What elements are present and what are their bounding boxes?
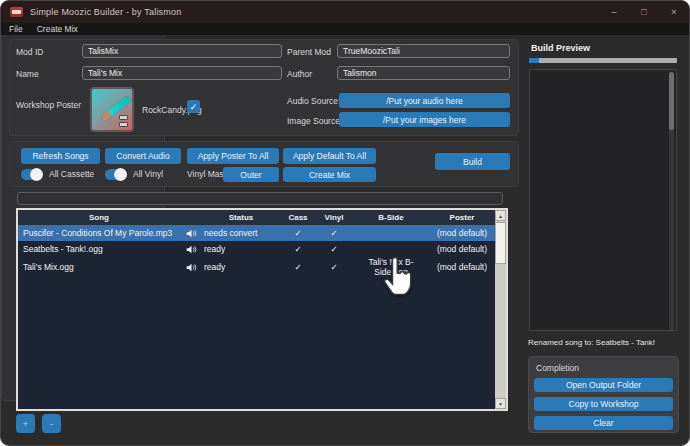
open-output-folder-button[interactable]: Open Output Folder bbox=[534, 378, 673, 392]
mod-id-label: Mod ID bbox=[16, 47, 43, 57]
menu-file[interactable]: File bbox=[9, 24, 23, 34]
table-row[interactable]: Puscifer - Conditions Of My Parole.mp3 n… bbox=[18, 225, 506, 241]
add-song-button[interactable]: + bbox=[16, 414, 35, 433]
author-label: Author bbox=[287, 69, 312, 79]
name-input[interactable] bbox=[82, 66, 282, 80]
bside-value: Tali's Mix B-Side.ogg bbox=[352, 257, 430, 277]
build-preview-title: Build Preview bbox=[531, 43, 590, 53]
preview-scrollbar[interactable] bbox=[669, 72, 674, 330]
all-vinyl-toggle[interactable] bbox=[105, 169, 127, 180]
completion-group: Completion Open Output Folder Copy to Wo… bbox=[528, 356, 679, 433]
name-label: Name bbox=[16, 69, 39, 79]
preview-scrollbar-thumb[interactable] bbox=[669, 72, 674, 130]
image-source-button[interactable]: /Put your images here bbox=[339, 112, 510, 127]
apply-poster-to-all-button[interactable]: Apply Poster To All bbox=[187, 148, 279, 164]
scroll-down-icon[interactable]: ▼ bbox=[495, 398, 506, 409]
header-poster: Poster bbox=[430, 213, 494, 222]
table-row[interactable]: Tali's Mix.ogg ready ✓ ✓ Tali's Mix B-Si… bbox=[18, 257, 506, 273]
cassette-overlay-icon bbox=[119, 122, 128, 127]
clear-button[interactable]: Clear bbox=[534, 416, 673, 430]
all-vinyl-label: All Vinyl bbox=[133, 169, 163, 179]
cassette-overlay-icon bbox=[119, 115, 128, 120]
audio-icon bbox=[180, 229, 202, 238]
audio-source-button[interactable]: /Put your audio here bbox=[339, 93, 510, 108]
audio-icon bbox=[180, 245, 202, 254]
poster-value: (mod default) bbox=[430, 262, 494, 272]
all-cassette-toggle[interactable] bbox=[21, 169, 43, 180]
header-bside: B-Side bbox=[352, 213, 430, 222]
cass-check: ✓ bbox=[280, 228, 316, 238]
maximize-button[interactable]: □ bbox=[629, 1, 659, 23]
image-source-label: Image Source: bbox=[287, 116, 342, 126]
song-table-header: Song Status Cass Vinyl B-Side Poster bbox=[18, 210, 506, 225]
song-name: Puscifer - Conditions Of My Parole.mp3 bbox=[18, 228, 180, 238]
build-preview-list[interactable] bbox=[529, 69, 677, 331]
table-row[interactable]: Seatbelts - Tank!.ogg ready ✓ ✓ (mod def… bbox=[18, 241, 506, 257]
apply-default-to-all-button[interactable]: Apply Default To All bbox=[283, 148, 376, 164]
header-status: Status bbox=[202, 213, 280, 222]
audio-source-label: Audio Source: bbox=[287, 96, 340, 106]
menu-create-mix[interactable]: Create Mix bbox=[37, 24, 78, 34]
workshop-poster-thumbnail[interactable] bbox=[90, 87, 134, 132]
remove-song-button[interactable]: - bbox=[42, 414, 61, 433]
status-message: Renamed song to: Seatbelts - Tank! bbox=[528, 338, 655, 347]
mod-info-panel: Mod ID Parent Mod Name Author Workshop P… bbox=[9, 39, 519, 136]
all-cassette-label: All Cassette bbox=[49, 169, 94, 179]
app-cassette-icon bbox=[10, 7, 23, 17]
workshop-poster-label: Workshop Poster bbox=[16, 100, 81, 110]
build-button[interactable]: Build bbox=[435, 153, 510, 170]
vinyl-check: ✓ bbox=[316, 244, 352, 254]
window-title: Simple Moozic Builder - by Talismon bbox=[30, 7, 181, 17]
close-button[interactable]: × bbox=[659, 1, 689, 23]
title-bar: Simple Moozic Builder - by Talismon – □ … bbox=[1, 1, 689, 23]
parent-mod-input[interactable] bbox=[337, 44, 510, 58]
convert-audio-button[interactable]: Convert Audio bbox=[105, 148, 181, 164]
copy-to-workshop-button[interactable]: Copy to Workshop bbox=[534, 397, 673, 411]
scroll-up-icon[interactable]: ▲ bbox=[495, 210, 506, 221]
vinyl-check: ✓ bbox=[316, 262, 352, 272]
table-scrollbar[interactable]: ▲ ▼ bbox=[495, 210, 506, 409]
song-name: Seatbelts - Tank!.ogg bbox=[18, 244, 180, 254]
completion-label: Completion bbox=[536, 363, 579, 373]
header-song: Song bbox=[18, 213, 180, 222]
author-input[interactable] bbox=[337, 66, 510, 80]
create-mix-button[interactable]: Create Mix bbox=[283, 167, 376, 182]
mod-id-input[interactable] bbox=[82, 44, 282, 58]
song-rename-input[interactable] bbox=[17, 192, 503, 205]
actions-panel: Refresh Songs Convert Audio Apply Poster… bbox=[9, 141, 519, 187]
refresh-songs-button[interactable]: Refresh Songs bbox=[21, 148, 100, 164]
minimize-button[interactable]: – bbox=[599, 1, 629, 23]
cass-check: ✓ bbox=[280, 262, 316, 272]
poster-value: (mod default) bbox=[430, 228, 494, 238]
song-table: Song Status Cass Vinyl B-Side Poster Pus… bbox=[16, 208, 508, 411]
song-status: ready bbox=[202, 244, 280, 254]
vinyl-mask-outer-button[interactable]: Outer bbox=[223, 167, 279, 182]
cass-check: ✓ bbox=[280, 244, 316, 254]
menu-bar: File Create Mix bbox=[1, 23, 689, 35]
song-status: ready bbox=[202, 262, 280, 272]
build-progress-bar bbox=[529, 58, 677, 63]
scrollbar-thumb[interactable] bbox=[495, 222, 506, 264]
parent-mod-label: Parent Mod bbox=[287, 47, 331, 57]
header-cass: Cass bbox=[280, 213, 316, 222]
vinyl-check: ✓ bbox=[316, 228, 352, 238]
song-name: Tali's Mix.ogg bbox=[18, 262, 180, 272]
poster-checkbox[interactable]: ✓ bbox=[187, 100, 200, 113]
poster-value: (mod default) bbox=[430, 244, 494, 254]
build-progress-fill bbox=[529, 58, 539, 63]
song-status: needs convert bbox=[202, 228, 280, 238]
audio-icon bbox=[180, 263, 202, 272]
header-vinyl: Vinyl bbox=[316, 213, 352, 222]
app-window: Simple Moozic Builder - by Talismon – □ … bbox=[0, 0, 690, 446]
